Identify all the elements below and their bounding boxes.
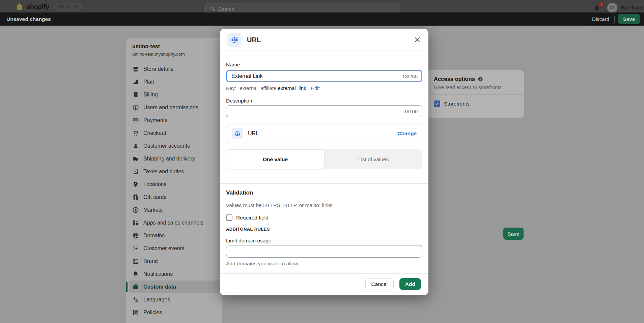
sidebar-item-taxes[interactable]: Taxes and duties (129, 165, 220, 178)
sidebar-item-label: Policies (143, 310, 162, 316)
sidebar-item-markets[interactable]: Markets (129, 204, 220, 216)
billing-icon (132, 91, 139, 98)
sidebar-item-customer-events[interactable]: Customer events (129, 242, 220, 255)
access-options-title: Access options (434, 76, 475, 82)
required-field-checkbox[interactable] (226, 214, 232, 221)
brand-icon (132, 258, 139, 265)
sidebar-item-label: Locations (143, 181, 167, 187)
plan-icon (132, 79, 139, 85)
limit-domain-label: Limit domain usage (226, 238, 271, 244)
name-char-counter: 13/255 (402, 73, 418, 79)
required-field-label: Required field (236, 215, 269, 221)
version-badge: Winter '23 (54, 3, 82, 10)
sidebar-item-payments[interactable]: Payments (129, 114, 220, 127)
storefronts-checkbox[interactable] (434, 100, 440, 107)
name-input[interactable] (226, 70, 422, 82)
sidebar-item-label: Store details (143, 66, 173, 72)
sidebar-item-checkout[interactable]: Checkout (129, 127, 220, 140)
description-char-counter: 0/100 (405, 109, 418, 114)
shopify-logo[interactable]: shopify Winter '23 (15, 2, 82, 11)
url-type-icon (227, 33, 242, 47)
description-input[interactable] (226, 105, 422, 117)
notifications-icon (132, 271, 139, 277)
key-line: Key: external_affiliate.external_link Ed… (226, 85, 320, 91)
savebar-save-button[interactable]: Save (618, 14, 640, 24)
shopify-wordmark: shopify (26, 3, 49, 11)
users-icon (132, 104, 139, 111)
sidebar-item-users[interactable]: Users and permissions (129, 101, 220, 114)
limit-domain-input[interactable] (226, 245, 422, 258)
notification-badge: 1 (598, 2, 604, 7)
discard-button[interactable]: Discard (587, 14, 615, 24)
gift-cards-icon (132, 194, 139, 201)
sidebar-item-label: Brand (143, 258, 158, 264)
customer-accounts-icon (132, 143, 139, 149)
unsaved-changes-bar: Unsaved changes Discard Save (0, 12, 644, 26)
storefronts-label: Storefronts (444, 101, 470, 107)
shopify-bag-icon (15, 2, 24, 11)
modal-header: URL (220, 29, 428, 51)
sidebar-item-locations[interactable]: Locations (129, 178, 220, 191)
payments-icon (132, 117, 139, 124)
sidebar-item-domains[interactable]: Domains (129, 229, 220, 242)
content-type-card: URL Change (226, 124, 422, 143)
custom-data-icon (132, 284, 139, 290)
value-mode-tabs: One value List of values (226, 149, 422, 169)
sidebar-item-plan[interactable]: Plan (129, 76, 220, 88)
customer-events-icon (132, 245, 139, 252)
description-label: Description (226, 98, 252, 104)
additional-rules-heading: ADDITONAL RULES (226, 227, 270, 232)
validation-heading: Validation (226, 189, 253, 196)
search-icon (210, 6, 216, 12)
sidebar-item-label: Taxes and duties (143, 169, 184, 175)
sidebar-item-brand[interactable]: Brand (129, 255, 220, 268)
search-input[interactable] (218, 6, 395, 12)
sidebar-item-shipping[interactable]: Shipping and delivery (129, 152, 220, 165)
validation-description: Values must be HTTPS, HTTP, or mailto: l… (226, 202, 334, 208)
key-namespace: external_affiliate. (240, 85, 278, 91)
unsaved-changes-message: Unsaved changes (6, 16, 51, 22)
cancel-button[interactable]: Cancel (365, 278, 394, 290)
sidebar-item-gift-cards[interactable]: Gift cards (129, 191, 220, 204)
close-icon[interactable] (413, 35, 422, 44)
page-save-button[interactable]: Save (503, 228, 524, 240)
sidebar-item-billing[interactable]: Billing (129, 88, 220, 101)
sidebar-item-label: Checkout (143, 130, 166, 136)
store-name: umino-test (132, 43, 216, 50)
apps-icon (132, 219, 139, 226)
access-options-panel: Access options Give read access to store… (427, 70, 524, 118)
sidebar-item-label: Users and permissions (143, 105, 198, 111)
languages-icon (132, 296, 139, 303)
sidebar-item-custom-data[interactable]: Custom data (129, 281, 220, 293)
required-field-row[interactable]: Required field (226, 214, 269, 221)
change-type-link[interactable]: Change (397, 130, 417, 137)
edit-key-link[interactable]: Edit (311, 85, 320, 91)
user-name[interactable]: Đạt Tuấn (621, 5, 643, 11)
shipping-icon (132, 155, 139, 162)
tab-list-of-values[interactable]: List of values (325, 149, 422, 169)
section-divider (220, 183, 428, 184)
store-icon (132, 66, 139, 72)
sidebar-item-label: Languages (143, 297, 170, 303)
sidebar-item-store[interactable]: Store details (129, 63, 220, 76)
sidebar-item-notifications[interactable]: Notifications (129, 268, 220, 281)
notifications-button[interactable]: 1 (592, 3, 603, 13)
add-button[interactable]: Add (399, 278, 421, 290)
tab-one-value[interactable]: One value (226, 149, 325, 169)
domains-icon (132, 232, 139, 239)
sidebar-item-customer-accounts[interactable]: Customer accounts (129, 140, 220, 152)
sidebar-item-apps[interactable]: Apps and sales channels (129, 216, 220, 229)
store-domain-link[interactable]: umino-test.myshopify.com (132, 52, 185, 57)
url-type-small-icon (232, 128, 243, 139)
access-options-subtitle: Give read access to storefronts. (427, 82, 524, 90)
sidebar-item-languages[interactable]: Languages (129, 293, 220, 306)
sidebar-item-label: Markets (143, 207, 163, 213)
settings-sidebar: umino-test umino-test.myshopify.com Stor… (126, 38, 222, 323)
sidebar-item-label: Customer accounts (143, 143, 190, 149)
content-type-label: URL (248, 130, 259, 137)
info-icon[interactable] (478, 77, 483, 82)
avatar[interactable]: DT (607, 3, 617, 13)
sidebar-item-policies[interactable]: Policies (129, 306, 220, 319)
taxes-icon (132, 168, 139, 175)
sidebar-item-label: Billing (143, 92, 158, 98)
